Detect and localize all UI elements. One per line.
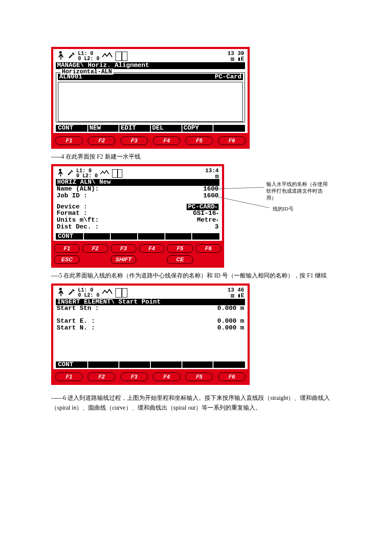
list-panel: Horizontal-ALN ALN001 PC-Card	[56, 72, 245, 123]
softkey-bar: CONT	[56, 233, 219, 240]
f2-key[interactable]: F2	[88, 136, 115, 145]
status-bar: L1: 0 0 L2: 0 13 46 ▨ ▮E	[56, 287, 245, 299]
zigzag-icon	[102, 289, 113, 298]
f1-key[interactable]: F1	[55, 373, 83, 381]
sk-6[interactable]	[213, 125, 244, 132]
f6-key[interactable]: F6	[218, 373, 245, 381]
f4-key[interactable]: F4	[153, 373, 180, 381]
device-select[interactable]: PC-CARD	[187, 204, 219, 211]
sk-cont[interactable]: CONT	[57, 233, 84, 240]
units-select[interactable]: Metre	[197, 217, 219, 224]
field-name: Name (ALN): 1600	[56, 186, 219, 193]
softkey-bar: CONT NEW EDIT DEL COPY	[56, 125, 245, 132]
clock: 13 39 ▨ ▮E	[228, 51, 244, 62]
clock: 13 46 ▨ ▮E	[228, 287, 244, 298]
status-bar: L1: 0 0 L2: 0 13 39 ▨ ▮E	[56, 51, 245, 62]
sk-edit[interactable]: EDIT	[119, 125, 151, 132]
zigzag-icon	[100, 170, 110, 178]
f6-key[interactable]: F6	[218, 136, 245, 145]
lcd: L1: 0 0 L2: 0 13 39 ▨ ▮E MANAGE\ Horiz. …	[53, 49, 248, 133]
format-select[interactable]: GSI-16	[193, 210, 219, 217]
tool-icon	[67, 169, 74, 178]
field-start-e: Start E. : 0.000 m	[56, 318, 245, 325]
status-bar: L1: 0 0 L2: 0 13:4 ▨	[56, 168, 219, 179]
ce-key[interactable]: CE	[167, 255, 193, 264]
clock: 13:4 ▨	[205, 168, 219, 179]
f3-key[interactable]: F3	[121, 136, 148, 145]
name-input[interactable]: 1600	[203, 186, 219, 193]
lcd: L1: 0 0 L2: 0 13 46 ▨ ▮E INSERT ELEMENT\…	[53, 286, 248, 370]
lcd: L1: 0 0 L2: 0 13:4 ▨ HORIZ ALN\ New Name…	[53, 166, 222, 241]
f2-key[interactable]: F2	[82, 244, 108, 253]
f3-key[interactable]: F3	[111, 244, 136, 253]
person-icon	[57, 168, 64, 179]
field-device: Device : PC-CARD	[56, 204, 219, 211]
caption-5: ----5 在此界面输入线的名称（作为道路中心线保存的名称）和 ID 号（一般输…	[51, 271, 341, 280]
level-readout: L1: 0 0 L2: 0	[76, 168, 98, 179]
f1-key[interactable]: F1	[55, 136, 83, 145]
start-n-input[interactable]: 0.000	[217, 324, 236, 332]
sk-new[interactable]: NEW	[88, 125, 120, 132]
f5-key[interactable]: F5	[185, 373, 213, 381]
shift-key[interactable]: SHIFT	[111, 255, 136, 264]
sk-copy[interactable]: COPY	[182, 125, 214, 132]
function-keys: F1 F2 F3 F4 F5 F6	[52, 242, 223, 255]
sk-cont[interactable]: CONT	[57, 361, 88, 368]
sk-del[interactable]: DEL	[151, 125, 182, 132]
f4-key[interactable]: F4	[153, 136, 180, 145]
f3-key[interactable]: F3	[121, 373, 148, 381]
f6-key[interactable]: F6	[196, 244, 221, 253]
field-format: Format : GSI-16	[56, 210, 219, 217]
annotation-id: 线的ID号	[273, 206, 294, 213]
device-screen-manage: L1: 0 0 L2: 0 13 39 ▨ ▮E MANAGE\ Horiz. …	[51, 47, 250, 149]
level-readout: L1: 0 0 L2: 0	[78, 288, 99, 298]
softkey-bar: CONT	[56, 361, 245, 368]
annotation-name: 输入水平线的名称（在使用软件打包成道路文件时选用）	[266, 181, 330, 201]
caption-4: -----4 在此界面按 F2 新建一水平线	[51, 152, 341, 162]
f1-key[interactable]: F1	[54, 244, 80, 253]
f4-key[interactable]: F4	[139, 244, 164, 253]
zigzag-icon	[102, 52, 113, 61]
tool-icon	[68, 288, 75, 298]
f5-key[interactable]: F5	[167, 244, 193, 253]
device-screen-insert: L1: 0 0 L2: 0 13 46 ▨ ▮E INSERT ELEMENT\…	[51, 283, 250, 385]
item-location: PC-Card	[215, 74, 242, 81]
person-icon	[57, 287, 65, 299]
start-stn-input[interactable]: 0.000	[217, 305, 236, 312]
f2-key[interactable]: F2	[88, 373, 115, 381]
sk-cont[interactable]: CONT	[57, 125, 88, 132]
tool-icon	[68, 52, 75, 61]
field-start-stn: Start Stn : 0.000 m	[56, 305, 245, 312]
level-readout: L1: 0 0 L2: 0	[78, 51, 99, 61]
esc-key[interactable]: ESC	[54, 255, 80, 264]
field-distdec: Dist Dec. : 3	[56, 224, 219, 231]
list-box	[58, 82, 243, 122]
person-icon	[57, 51, 65, 62]
function-keys: F1 F2 F3 F4 F5 F6	[52, 134, 248, 147]
panel-icon	[115, 288, 127, 298]
device-screen-new: L1: 0 0 L2: 0 13:4 ▨ HORIZ ALN\ New Name…	[51, 164, 224, 268]
field-units: Units m\ft: Metre	[56, 217, 219, 224]
panel-icon	[112, 169, 122, 178]
screen-title: INSERT ELEMENT\ Start Point	[56, 299, 245, 306]
start-e-input[interactable]: 0.000	[217, 318, 236, 325]
f5-key[interactable]: F5	[185, 136, 213, 145]
bottom-keys: ESC SHIFT CE	[52, 255, 223, 266]
field-start-n: Start N. : 0.000 m	[56, 325, 245, 332]
panel-label: Horizontal-ALN	[61, 69, 113, 75]
screen-title: HORIZ ALN\ New	[56, 179, 219, 186]
distdec-input[interactable]: 3	[215, 224, 219, 231]
function-keys: F1 F2 F3 F4 F5 F6	[52, 370, 248, 384]
caption-6: ------6 进入到道路输线过程，上图为开始里程和坐标输入。接下来按序输入直线…	[51, 393, 341, 413]
field-jobid: Job ID : 1600	[56, 193, 219, 199]
panel-icon	[115, 52, 127, 61]
